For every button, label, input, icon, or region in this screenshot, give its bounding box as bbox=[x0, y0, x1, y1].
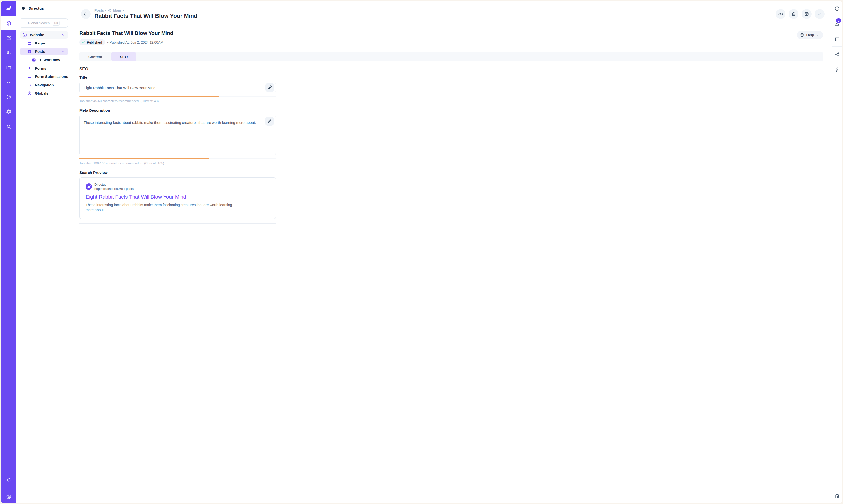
inbox-icon bbox=[27, 74, 32, 79]
breadcrumb-collection[interactable]: Posts bbox=[94, 8, 104, 12]
status-badge: Published bbox=[79, 39, 105, 46]
seo-meta-value: These interesting facts about rabbits ma… bbox=[84, 121, 263, 125]
preview-site-meta: Directus http://localhost:8055 › posts bbox=[94, 183, 133, 191]
module-files[interactable] bbox=[1, 60, 16, 75]
module-users[interactable] bbox=[1, 45, 16, 60]
seo-meta-generate-button[interactable] bbox=[265, 117, 274, 126]
breadcrumb[interactable]: Posts • Main bbox=[94, 8, 197, 12]
module-bar bbox=[1, 1, 16, 252]
nav-item-form-submissions[interactable]: Form Submissions bbox=[20, 73, 68, 80]
module-help[interactable] bbox=[1, 90, 16, 104]
pages-window-icon bbox=[27, 41, 32, 46]
search-shortcut-badge: ⌘K bbox=[52, 21, 59, 25]
chevron-down-icon[interactable] bbox=[61, 33, 66, 37]
header-text: Posts • Main Rabbit Facts That Will Blow… bbox=[94, 8, 197, 19]
insights-icon bbox=[6, 79, 12, 85]
published-at: • Published At: Jun 2, 2024 12:00AM bbox=[107, 40, 163, 44]
module-bar-spacer bbox=[1, 134, 16, 252]
item-title: Rabbit Facts That Will Blow Your Mind bbox=[79, 30, 173, 36]
version-icon bbox=[108, 8, 112, 12]
posts-article-icon bbox=[27, 49, 32, 54]
seo-meta-label: Meta Description bbox=[79, 108, 276, 113]
item-head: Rabbit Facts That Will Blow Your Mind Pu… bbox=[79, 30, 422, 46]
search-preview-label: Search Preview bbox=[79, 170, 276, 175]
nav-item-pages[interactable]: Pages bbox=[20, 39, 68, 47]
project-fan-icon bbox=[21, 6, 26, 11]
tab-bar: Content SEO bbox=[79, 52, 422, 61]
module-insights[interactable] bbox=[1, 75, 16, 90]
arrow-left-icon bbox=[83, 11, 89, 17]
app-window: Directus Global Search ⌘K Website bbox=[1, 1, 422, 252]
section-divider bbox=[79, 223, 276, 224]
tab-content[interactable]: Content bbox=[79, 52, 111, 61]
nav-list-icon bbox=[27, 83, 32, 88]
svg-text:A: A bbox=[29, 66, 31, 69]
item-head-left: Rabbit Facts That Will Blow Your Mind Pu… bbox=[79, 30, 173, 46]
page-title: Rabbit Facts That Will Blow Your Mind bbox=[94, 13, 197, 19]
preview-site-url: http://localhost:8055 › posts bbox=[94, 187, 133, 191]
nav-item-label: Pages bbox=[35, 41, 46, 45]
edit-icon bbox=[6, 35, 12, 41]
seo-section-heading: SEO bbox=[79, 67, 276, 72]
preview-result-title: Eight Rabbit Facts That Will Blow Your M… bbox=[86, 194, 270, 200]
project-row[interactable]: Directus bbox=[16, 1, 71, 16]
breadcrumb-separator: • bbox=[105, 8, 107, 12]
nav-item-posts[interactable]: Posts bbox=[20, 48, 68, 55]
tab-seo[interactable]: SEO bbox=[111, 52, 137, 61]
nav-item-navigation[interactable]: Navigation bbox=[20, 81, 68, 89]
magic-wand-icon bbox=[267, 85, 272, 90]
directus-logo[interactable] bbox=[1, 1, 16, 16]
folder-star-icon bbox=[22, 33, 27, 37]
nav-item-globals[interactable]: Globals bbox=[20, 90, 68, 97]
nav-item-label: Navigation bbox=[35, 83, 54, 87]
module-search[interactable] bbox=[1, 119, 16, 134]
meta-progress-fill bbox=[79, 158, 209, 159]
back-button[interactable] bbox=[81, 9, 91, 19]
global-search-input[interactable]: Global Search ⌘K bbox=[20, 18, 68, 28]
version-label[interactable]: Main bbox=[113, 8, 121, 12]
nav-item-label: 1. Workflow bbox=[39, 58, 60, 62]
module-content[interactable] bbox=[1, 16, 16, 31]
seo-meta-progress-track bbox=[79, 158, 276, 159]
nav-item-website[interactable]: Website bbox=[20, 31, 68, 39]
search-icon bbox=[6, 124, 12, 129]
module-editor[interactable] bbox=[1, 31, 16, 45]
navigation-panel: Directus Global Search ⌘K Website bbox=[16, 1, 71, 252]
seo-title-generate-button[interactable] bbox=[265, 83, 274, 92]
nav-item-forms[interactable]: A Forms bbox=[20, 65, 68, 72]
seo-title-progress-track bbox=[79, 96, 276, 97]
main-body: Rabbit Facts That Will Blow Your Mind Pu… bbox=[71, 19, 422, 252]
global-search-placeholder: Global Search bbox=[28, 21, 50, 25]
nav-item-label: Globals bbox=[35, 91, 49, 95]
nav-item-label: Forms bbox=[35, 66, 46, 70]
main-area: Posts • Main Rabbit Facts That Will Blow… bbox=[71, 1, 422, 252]
caret-down-icon bbox=[123, 10, 125, 11]
preview-site-avatar bbox=[86, 183, 92, 190]
seo-title-input[interactable] bbox=[79, 82, 276, 93]
preview-result-description: These interesting facts about rabbits ma… bbox=[86, 202, 233, 213]
nav-item-workflow[interactable]: 1. Workflow bbox=[20, 56, 68, 64]
seo-title-helper: Too short 45-60 characters recommended. … bbox=[79, 99, 276, 103]
nav-item-label: Form Submissions bbox=[35, 74, 68, 79]
seo-title-field bbox=[79, 82, 276, 93]
chevron-down-icon[interactable] bbox=[61, 50, 66, 54]
seo-meta-textarea[interactable]: These interesting facts about rabbits ma… bbox=[79, 115, 276, 156]
module-settings[interactable] bbox=[1, 104, 16, 119]
header-divider bbox=[79, 50, 422, 50]
nav-items: Website Pages Posts bbox=[16, 31, 71, 98]
main-header: Posts • Main Rabbit Facts That Will Blow… bbox=[81, 8, 422, 19]
globe-icon bbox=[27, 91, 32, 96]
nav-item-label: Website bbox=[30, 33, 44, 37]
rabbit-logo-icon bbox=[87, 185, 91, 188]
seo-meta-helper: Too short 130-160 characters recommended… bbox=[79, 161, 276, 165]
rabbit-logo-icon bbox=[6, 6, 12, 11]
kanban-icon bbox=[32, 57, 36, 62]
preview-site-row: Directus http://localhost:8055 › posts bbox=[86, 183, 270, 191]
seo-form: SEO Title Too sho bbox=[79, 67, 276, 224]
nav-item-label: Posts bbox=[35, 50, 45, 54]
letter-a-icon: A bbox=[27, 66, 32, 71]
folder-icon bbox=[6, 65, 12, 70]
content-box-icon bbox=[6, 20, 12, 26]
preview-site-name: Directus bbox=[94, 183, 133, 186]
search-preview-card: Directus http://localhost:8055 › posts E… bbox=[79, 177, 276, 219]
